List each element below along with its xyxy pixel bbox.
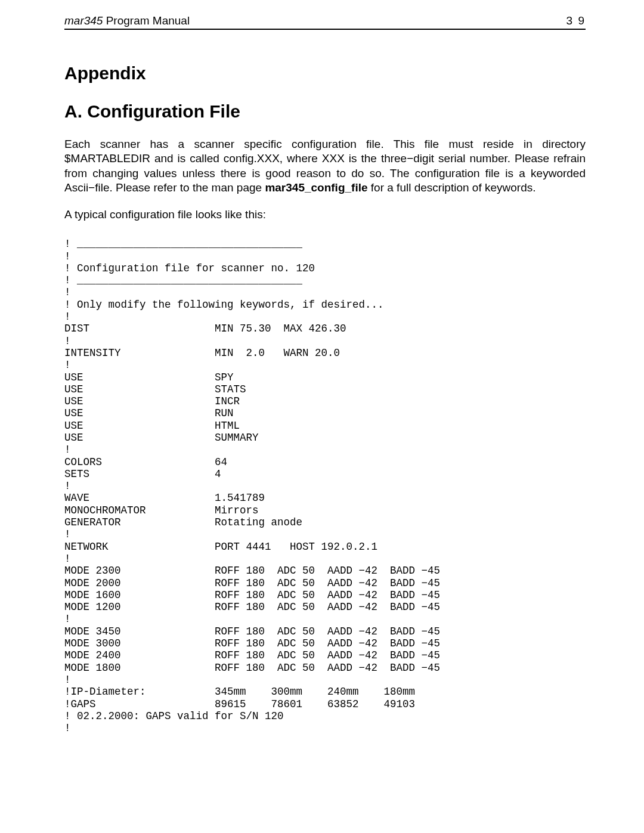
paragraph-1: Each scanner has a scanner specific conf… [64,137,586,195]
paragraph-1-bold: mar345_config_file [265,181,367,194]
section-heading: A. Configuration File [64,101,586,122]
appendix-heading: Appendix [64,63,586,83]
paragraph-1-b: for a full description of keywords. [368,181,536,194]
header-title: mar345 Program Manual [64,14,190,27]
header-title-italic: mar345 [64,14,103,27]
document-page: mar345 Program Manual 3 9 Appendix A. Co… [0,0,644,833]
page-header: mar345 Program Manual 3 9 [64,14,586,27]
header-divider [64,29,586,30]
header-title-rest: Program Manual [103,14,190,27]
paragraph-2: A typical configuration file looks like … [64,208,586,221]
config-file-listing: ! ____________________________________ !… [64,238,586,734]
page-number: 3 9 [566,14,586,27]
